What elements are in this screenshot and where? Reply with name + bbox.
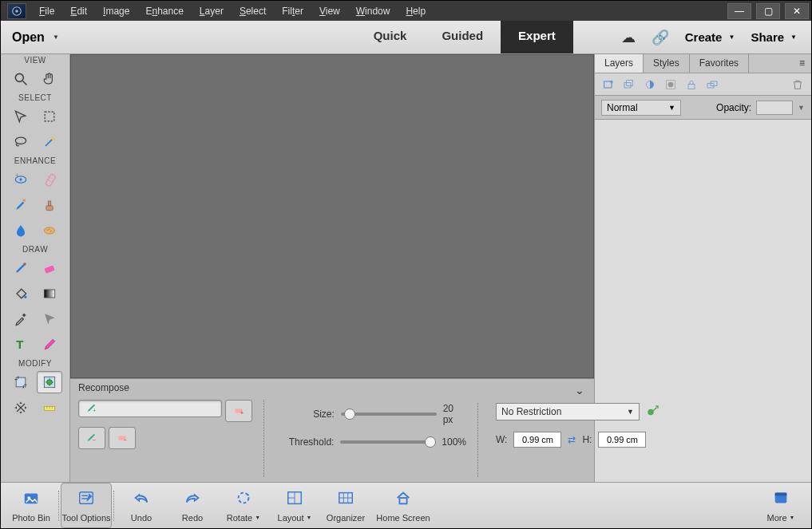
- sponge-tool[interactable]: [37, 219, 62, 242]
- zoom-tool[interactable]: [8, 68, 34, 90]
- open-dropdown[interactable]: Open ▼: [1, 30, 70, 45]
- menu-image[interactable]: Image: [97, 2, 136, 20]
- size-slider[interactable]: [341, 413, 437, 416]
- pencil-tool[interactable]: [37, 334, 62, 356]
- tool-options-button[interactable]: Tool Options: [61, 483, 112, 528]
- mode-quick[interactable]: Quick: [356, 21, 425, 53]
- eyedropper-tool[interactable]: [8, 308, 34, 330]
- erase-remove-brush[interactable]: −: [109, 427, 136, 449]
- menu-help[interactable]: Help: [399, 2, 432, 20]
- recompose-tool[interactable]: [37, 371, 62, 393]
- menu-filter[interactable]: Filter: [275, 2, 310, 20]
- menu-select[interactable]: Select: [233, 2, 272, 20]
- home-screen-button[interactable]: Home Screen: [371, 483, 435, 528]
- brush-tool[interactable]: [8, 257, 34, 279]
- canvas-area[interactable]: [70, 54, 594, 378]
- menu-enhance[interactable]: Enhance: [139, 2, 189, 20]
- redo-button[interactable]: Redo: [167, 483, 218, 528]
- link-layers-icon[interactable]: [705, 77, 719, 92]
- home-icon: [393, 489, 414, 511]
- layout-button[interactable]: Layout▼: [269, 483, 320, 528]
- mark-remove-brush[interactable]: +: [225, 400, 252, 422]
- preset-dropdown[interactable]: No Restriction▼: [496, 403, 640, 420]
- redeye-tool[interactable]: +: [8, 168, 34, 191]
- collapse-options-icon[interactable]: ⌄: [575, 384, 584, 397]
- lasso-tool[interactable]: [8, 131, 34, 153]
- opacity-label: Opacity:: [716, 102, 751, 113]
- menu-edit[interactable]: Edit: [64, 2, 93, 20]
- svg-point-17: [47, 229, 49, 231]
- adjustment-layer-icon[interactable]: [643, 77, 657, 92]
- create-dropdown[interactable]: Create▼: [685, 30, 735, 44]
- recompose-help-icon[interactable]: [646, 404, 660, 420]
- toolbox-section-modify: MODIFY: [1, 357, 69, 369]
- straighten-tool[interactable]: [37, 397, 62, 419]
- smart-brush-tool[interactable]: [8, 194, 34, 216]
- blur-tool[interactable]: [8, 219, 34, 242]
- tab-styles[interactable]: Styles: [644, 54, 690, 73]
- threshold-value: 100%: [442, 436, 466, 448]
- mode-expert[interactable]: Expert: [501, 21, 573, 53]
- menu-file[interactable]: File: [33, 2, 61, 20]
- svg-rect-42: [627, 80, 633, 85]
- content-aware-move-tool[interactable]: [8, 397, 34, 419]
- svg-text:−: −: [124, 437, 127, 443]
- toolbox: VIEW SELECT ENHANCE + DRAW: [1, 54, 70, 482]
- cloud-icon[interactable]: ☁: [621, 29, 636, 46]
- tool-options-icon: [76, 489, 97, 511]
- spot-heal-tool[interactable]: [37, 168, 62, 191]
- maximize-button[interactable]: ▢: [756, 3, 780, 19]
- svg-point-20: [23, 263, 26, 265]
- mode-guided[interactable]: Guided: [424, 21, 501, 53]
- crop-tool[interactable]: [8, 371, 34, 393]
- move-tool[interactable]: [8, 105, 34, 128]
- opacity-dropdown-icon[interactable]: ▼: [798, 104, 805, 112]
- layer-mask-icon[interactable]: [663, 77, 678, 92]
- menu-view[interactable]: View: [313, 2, 347, 20]
- gradient-tool[interactable]: [37, 282, 62, 305]
- height-input[interactable]: [598, 432, 646, 448]
- minimize-button[interactable]: —: [727, 3, 751, 19]
- threshold-slider[interactable]: [340, 440, 435, 444]
- delete-layer-icon[interactable]: [790, 77, 805, 92]
- organizer-icon: [335, 489, 356, 511]
- photo-bin-button[interactable]: Photo Bin: [6, 483, 57, 528]
- shape-tool[interactable]: [37, 308, 62, 330]
- new-layer-icon[interactable]: [601, 77, 616, 92]
- lock-layer-icon[interactable]: [684, 77, 699, 92]
- dropdown-icon: ▼: [53, 34, 59, 41]
- new-group-icon[interactable]: [622, 77, 636, 92]
- menu-window[interactable]: Window: [350, 2, 397, 20]
- more-button[interactable]: More▼: [755, 483, 806, 528]
- paint-bucket-tool[interactable]: [8, 282, 34, 305]
- clone-stamp-tool[interactable]: [37, 194, 62, 216]
- magic-wand-tool[interactable]: [37, 131, 62, 153]
- organizer-button[interactable]: Organizer: [320, 483, 371, 528]
- svg-point-19: [49, 229, 50, 231]
- tab-layers[interactable]: Layers: [595, 54, 644, 73]
- share-dropdown[interactable]: Share▼: [751, 30, 797, 44]
- mark-protect-brush[interactable]: +: [78, 400, 222, 417]
- svg-point-54: [239, 492, 249, 503]
- svg-text:−: −: [93, 437, 96, 443]
- panel-menu-icon[interactable]: ≡: [793, 54, 811, 73]
- app-logo: [7, 3, 26, 19]
- close-button[interactable]: ✕: [785, 3, 809, 19]
- eraser-tool[interactable]: [37, 257, 62, 279]
- opacity-input[interactable]: [756, 101, 793, 115]
- type-tool[interactable]: T: [8, 334, 34, 356]
- toolbox-section-draw: DRAW: [1, 243, 69, 255]
- tool-options-title: Recompose: [78, 382, 129, 393]
- width-input[interactable]: [513, 432, 561, 448]
- blend-mode-dropdown[interactable]: Normal▼: [601, 100, 681, 116]
- menu-layer[interactable]: Layer: [193, 2, 230, 20]
- hand-tool[interactable]: [37, 68, 62, 90]
- erase-protect-brush[interactable]: −: [78, 427, 105, 449]
- swap-dimensions-icon[interactable]: ⇄: [568, 434, 576, 445]
- marquee-tool[interactable]: [37, 105, 62, 128]
- tab-favorites[interactable]: Favorites: [690, 54, 749, 73]
- toolbox-section-select: SELECT: [1, 92, 69, 104]
- threshold-label: Threshold:: [282, 436, 334, 448]
- rotate-button[interactable]: Rotate▼: [218, 483, 269, 528]
- undo-button[interactable]: Undo: [116, 483, 167, 528]
